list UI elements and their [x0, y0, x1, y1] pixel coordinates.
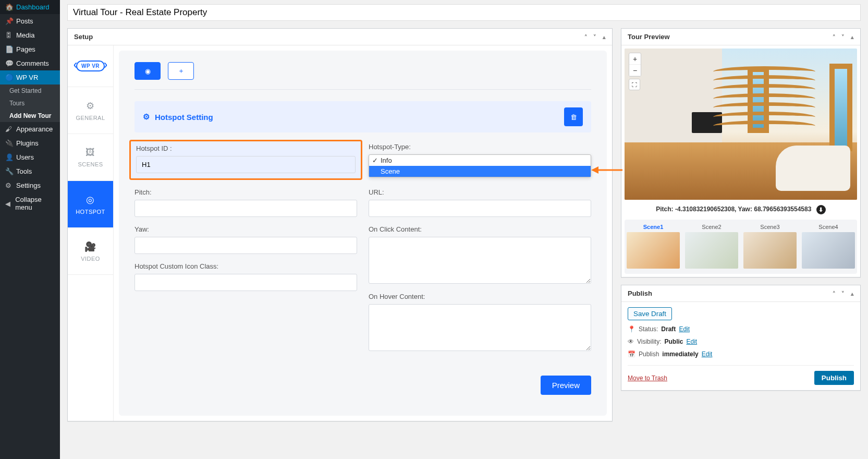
- zoom-in-button[interactable]: +: [629, 53, 641, 65]
- yaw-label: Yaw:: [135, 225, 357, 233]
- yaw-input[interactable]: [135, 237, 357, 254]
- scene-thumb-2[interactable]: Scene2: [685, 222, 738, 269]
- tab-general[interactable]: ⚙ GENERAL: [68, 87, 113, 134]
- setup-metabox: Setup ˄ ˅ ▴ WP VR: [67, 28, 613, 421]
- nav-appearance[interactable]: 🖌Appearance: [0, 122, 60, 136]
- publish-button[interactable]: Publish: [814, 371, 854, 385]
- subnav-get-started[interactable]: Get Started: [0, 84, 60, 97]
- onclick-textarea[interactable]: [369, 237, 591, 284]
- edit-status-link[interactable]: Edit: [679, 325, 690, 333]
- icon-class-label: Hotspot Custom Icon Class:: [135, 262, 357, 270]
- fullscreen-button[interactable]: ⛶: [629, 79, 640, 90]
- metabox-down-icon[interactable]: ˅: [593, 34, 596, 40]
- target-icon: ◎: [86, 194, 95, 206]
- post-title-input[interactable]: [67, 4, 861, 21]
- edit-schedule-link[interactable]: Edit: [702, 351, 713, 358]
- tab-scenes[interactable]: 🖼 SCENES: [68, 134, 113, 181]
- url-label: URL:: [369, 188, 591, 196]
- tab-video[interactable]: 🎥 VIDEO: [68, 228, 113, 275]
- subnav-tours[interactable]: Tours: [0, 97, 60, 110]
- settings-icon: ⚙: [5, 182, 13, 189]
- nav-wpvr[interactable]: 🔵WP VR: [0, 70, 60, 84]
- nav-media[interactable]: 🎛Media: [0, 28, 60, 42]
- hotspot-add-button[interactable]: ＋: [168, 62, 194, 80]
- move-to-trash-link[interactable]: Move to Trash: [628, 375, 667, 382]
- collapse-icon: ◀: [5, 200, 11, 208]
- hotspot-type-dropdown[interactable]: Info Scene: [369, 154, 591, 177]
- gear-icon: ⚙: [143, 112, 150, 122]
- image-icon: 🖼: [85, 147, 95, 158]
- preview-button[interactable]: Preview: [541, 376, 591, 395]
- metabox-up-icon[interactable]: ˄: [833, 34, 836, 40]
- icon-class-input[interactable]: [135, 274, 357, 291]
- hotspot-type-label: Hotspot-Type:: [369, 143, 591, 151]
- tour-preview-metabox: Tour Preview ˄ ˅ ▴: [621, 28, 861, 277]
- scene-thumb-3[interactable]: Scene3: [743, 222, 797, 269]
- metabox-toggle-icon[interactable]: ▴: [603, 34, 606, 40]
- nav-posts[interactable]: 📌Posts: [0, 14, 60, 28]
- coord-readout: Pitch: -4.310832190652308, Yaw: 68.79656…: [625, 200, 857, 220]
- delete-hotspot-button[interactable]: 🗑: [564, 107, 583, 126]
- wpvr-icon: 🔵: [5, 74, 13, 81]
- publish-title: Publish: [628, 289, 652, 297]
- subnav-add-new-tour[interactable]: Add New Tour: [0, 110, 60, 122]
- hotspot-type-option-info[interactable]: Info: [369, 155, 591, 166]
- metabox-down-icon[interactable]: ˅: [841, 291, 845, 297]
- plugins-icon: 🔌: [5, 139, 13, 147]
- media-icon: 🎛: [5, 31, 13, 39]
- nav-comments[interactable]: 💬Comments: [0, 56, 60, 70]
- pitch-input[interactable]: [135, 200, 357, 217]
- nav-dashboard[interactable]: 🏠Dashboard: [0, 0, 60, 14]
- save-draft-button[interactable]: Save Draft: [628, 307, 672, 320]
- comment-icon: 💬: [5, 59, 13, 67]
- scene-thumb-4[interactable]: Scene4: [802, 222, 855, 269]
- admin-sidebar: 🏠Dashboard 📌Posts 🎛Media 📄Pages 💬Comment…: [0, 0, 60, 436]
- trash-icon: 🗑: [570, 113, 577, 121]
- key-icon: 📍: [628, 325, 635, 333]
- metabox-down-icon[interactable]: ˅: [841, 34, 845, 40]
- users-icon: 👤: [5, 153, 13, 161]
- edit-visibility-link[interactable]: Edit: [686, 338, 697, 345]
- hotspot-id-input[interactable]: [136, 156, 356, 173]
- page-icon: 📄: [5, 45, 13, 53]
- pin-icon: 📌: [5, 17, 13, 25]
- nav-plugins[interactable]: 🔌Plugins: [0, 136, 60, 150]
- metabox-up-icon[interactable]: ˄: [584, 34, 588, 40]
- publish-metabox: Publish ˄ ˅ ▴ Save Draft 📍 Status: Draft…: [621, 285, 861, 391]
- hotspot-type-option-scene[interactable]: Scene: [369, 166, 591, 177]
- panorama-viewer[interactable]: + − ⛶: [625, 49, 857, 200]
- nav-pages[interactable]: 📄Pages: [0, 42, 60, 56]
- target-icon: ◉: [145, 67, 151, 75]
- onhover-textarea[interactable]: [369, 304, 591, 351]
- download-coords-button[interactable]: ⬇: [816, 205, 826, 214]
- nav-settings[interactable]: ⚙Settings: [0, 178, 60, 192]
- eye-icon: 👁: [628, 338, 634, 345]
- url-input[interactable]: [369, 200, 591, 217]
- onclick-label: On Click Content:: [369, 225, 591, 233]
- hotspot-id-highlight: Hotspot ID :: [129, 140, 362, 180]
- metabox-up-icon[interactable]: ˄: [833, 291, 836, 297]
- setting-title: Hotspot Setting: [155, 113, 213, 122]
- setup-title: Setup: [74, 33, 93, 41]
- calendar-icon: 📅: [628, 351, 635, 358]
- dashboard-icon: 🏠: [5, 3, 13, 11]
- zoom-out-button[interactable]: −: [629, 65, 641, 76]
- nav-collapse[interactable]: ◀Collapse menu: [0, 192, 60, 214]
- pano-zoom-controls: + −: [629, 53, 641, 77]
- nav-users[interactable]: 👤Users: [0, 150, 60, 164]
- video-icon: 🎥: [84, 241, 96, 252]
- tab-hotspot[interactable]: ◎ HOTSPOT: [68, 181, 113, 228]
- annotation-arrow: [591, 162, 622, 178]
- pitch-label: Pitch:: [135, 188, 357, 196]
- gear-icon: ⚙: [86, 100, 95, 112]
- metabox-toggle-icon[interactable]: ▴: [851, 34, 854, 40]
- onhover-label: On Hover Content:: [369, 293, 591, 300]
- metabox-toggle-icon[interactable]: ▴: [851, 291, 854, 297]
- nav-tools[interactable]: 🔧Tools: [0, 164, 60, 178]
- hotspot-target-button[interactable]: ◉: [135, 62, 161, 80]
- appearance-icon: 🖌: [5, 125, 13, 133]
- tools-icon: 🔧: [5, 167, 13, 175]
- scene-thumb-1[interactable]: Scene1: [627, 222, 680, 269]
- wpvr-logo: WP VR: [68, 45, 113, 87]
- tour-preview-title: Tour Preview: [628, 33, 670, 41]
